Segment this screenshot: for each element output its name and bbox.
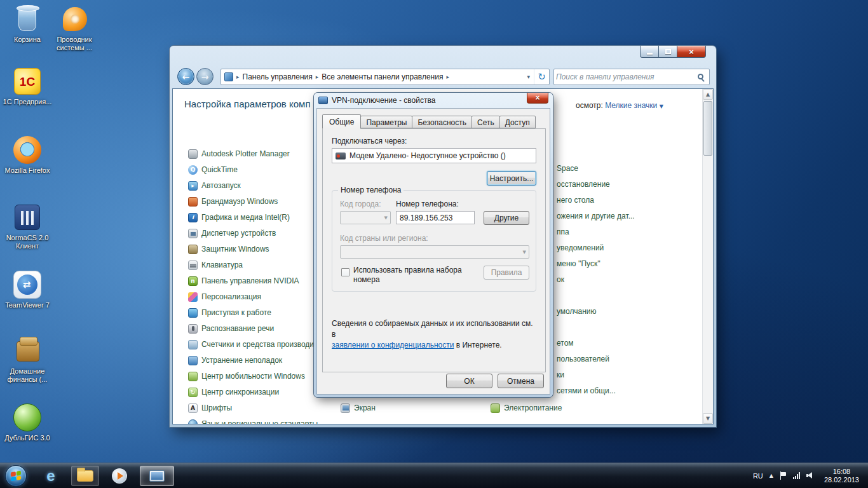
dialog-icon [318, 97, 328, 104]
cpl-item-fragment[interactable]: ок [557, 275, 564, 284]
cancel-button[interactable]: Отмена [498, 374, 544, 388]
cpl-item-power-options[interactable]: Электропитание [491, 402, 562, 414]
alternates-button[interactable]: Другие [484, 211, 529, 225]
show-hidden-icons-button[interactable]: ▲ [770, 473, 773, 478]
search-input[interactable] [556, 71, 691, 83]
cpl-item-windows-defender[interactable]: Защитник Windows [188, 243, 269, 255]
item-label: QuickTime [201, 165, 238, 174]
cpl-item-speech-recognition[interactable]: Распознавание речи [188, 323, 274, 334]
navigation-bar: ← → ▸ Панель управления ▸ Все элементы п… [172, 65, 714, 88]
cpl-item-personalization[interactable]: Персонализация [188, 291, 261, 302]
cpl-item-mobility-center[interactable]: Центр мобильности Windows [188, 370, 305, 382]
dialog-close-button[interactable]: × [527, 93, 548, 104]
cpl-item-fragment[interactable]: Space [557, 164, 578, 173]
cpl-item-autoplay[interactable]: Автозапуск [188, 180, 241, 191]
refresh-button[interactable]: ↻ [534, 69, 549, 85]
cpl-item-sync-center[interactable]: Центр синхронизации [188, 386, 279, 398]
desktop-icon-dublgis[interactable]: ДубльГИС 3.0 [0, 402, 55, 442]
rules-button[interactable]: Правила [484, 266, 529, 280]
tab-options[interactable]: Параметры [360, 116, 412, 128]
close-button[interactable]: × [677, 46, 706, 58]
phone-number-input[interactable]: 89.189.156.253 [396, 211, 475, 224]
ok-button[interactable]: ОК [446, 374, 492, 388]
language-indicator[interactable]: RU [753, 472, 763, 480]
area-code-combo[interactable] [340, 211, 391, 224]
control-panel-mini-icon [224, 72, 233, 81]
scroll-down-button[interactable]: ▼ [703, 413, 713, 424]
cpl-item-fragment[interactable]: осстановление [557, 180, 610, 189]
desktop-icon-label: Mozilla Firefox [0, 166, 55, 175]
forward-button[interactable]: → [196, 68, 214, 85]
cpl-item-windows-firewall[interactable]: Брандмауэр Windows [188, 196, 278, 207]
minimize-button[interactable] [640, 46, 659, 58]
tab-sharing[interactable]: Доступ [499, 116, 536, 128]
cpl-item-getting-started[interactable]: Приступая к работе [188, 307, 271, 318]
cpl-item-fragment[interactable]: ожения и другие дат... [557, 212, 635, 220]
dublgis-icon [13, 403, 41, 431]
privacy-link[interactable]: заявлении о конфиденциальности [332, 341, 454, 349]
scrollbar[interactable]: ▲ ▼ [702, 89, 713, 424]
cpl-item-fragment[interactable]: ки [557, 370, 564, 379]
desktop-icon-home-finance[interactable]: Домашние финансы (... [0, 336, 55, 384]
cpl-item-keyboard[interactable]: Клавиатура [188, 259, 243, 271]
privacy-line: Сведения о собираемых данных и их исполь… [332, 319, 533, 339]
maximize-button[interactable] [659, 46, 677, 58]
desktop-icon-teamviewer[interactable]: TeamViewer 7 [0, 269, 55, 309]
breadcrumb-item-all-items[interactable]: Все элементы панели управления [322, 72, 443, 81]
clock[interactable]: 16:08 28.02.2013 [822, 468, 862, 484]
cpl-item-nvidia-control-panel[interactable]: Панель управления NVIDIA [188, 275, 299, 287]
item-label: Графика и медиа Intel(R) [201, 213, 290, 222]
taskbar-item-control-panel[interactable] [140, 466, 174, 486]
power-options-icon [491, 403, 500, 413]
desktop-icon-1c-enterprise[interactable]: 1С Предприя... [0, 66, 55, 106]
network-icon[interactable] [793, 472, 800, 479]
view-selector[interactable]: осмотр: Мелкие значки ▼ [576, 101, 663, 110]
cpl-item-quicktime[interactable]: QuickTime [188, 164, 238, 175]
defender-icon [188, 245, 198, 254]
cpl-item-display[interactable]: Экран [341, 402, 376, 414]
cpl-item-fragment[interactable]: етом [557, 339, 574, 348]
back-button[interactable]: ← [177, 68, 194, 85]
item-label: Экран [354, 403, 376, 412]
tab-general[interactable]: Общие [322, 114, 361, 129]
taskbar-item-media-player[interactable] [105, 466, 133, 486]
start-button[interactable] [5, 465, 27, 487]
action-center-flag-icon[interactable] [780, 471, 787, 480]
cpl-item-device-manager[interactable]: Диспетчер устройств [188, 227, 276, 239]
speech-recognition-icon [188, 324, 198, 334]
cpl-item-fragment[interactable]: пользователей [557, 355, 609, 363]
cpl-item-autodesk-plotter[interactable]: Autodesk Plotter Manager [188, 148, 290, 159]
country-code-combo[interactable] [340, 245, 529, 259]
view-dropdown-icon[interactable]: ▼ [660, 104, 663, 109]
dialog-titlebar[interactable]: VPN-подключение - свойства [314, 93, 553, 108]
desktop-icon-system-explorer[interactable]: Проводник системы ... [47, 4, 102, 52]
cpl-item-region-language[interactable]: Язык и региональные стандарты [188, 418, 318, 424]
device-box[interactable]: Модем Удалено- Недоступное устройство () [332, 148, 536, 163]
scroll-up-button[interactable]: ▲ [703, 89, 713, 100]
taskbar-item-internet-explorer[interactable]: e [37, 466, 65, 486]
breadcrumb-item-control-panel[interactable]: Панель управления [243, 72, 313, 81]
cpl-item-troubleshooting[interactable]: Устранение неполадок [188, 355, 282, 366]
scroll-thumb[interactable] [703, 101, 712, 156]
desktop-icon-normacs[interactable]: NormaCS 2.0 Клиент [0, 202, 55, 250]
configure-button[interactable]: Настроить... [487, 171, 536, 186]
cpl-item-fragment[interactable]: сетями и общи... [557, 386, 616, 395]
cpl-item-fragment[interactable]: него стола [557, 196, 594, 205]
cpl-item-fragment[interactable]: ппа [557, 227, 569, 236]
cpl-item-fragment[interactable]: меню ''Пуск'' [557, 259, 600, 268]
desktop-icon-label: 1С Предприя... [0, 98, 55, 106]
cpl-item-fonts[interactable]: Шрифты [188, 402, 232, 414]
desktop-icon-firefox[interactable]: Mozilla Firefox [0, 135, 55, 175]
address-dropdown-icon[interactable]: ▾ [523, 74, 534, 80]
taskbar-item-explorer[interactable] [71, 466, 99, 486]
dialing-rules-checkbox[interactable] [341, 268, 349, 276]
cpl-item-performance-counters[interactable]: Счетчики и средства производит [188, 339, 318, 350]
fonts-icon [188, 403, 198, 413]
tab-networking[interactable]: Сеть [471, 116, 500, 128]
cpl-item-fragment[interactable]: уведомлений [557, 243, 604, 252]
cpl-item-fragment[interactable]: умолчанию [557, 307, 597, 316]
tab-security[interactable]: Безопасность [412, 116, 472, 128]
view-value[interactable]: Мелкие значки [605, 101, 657, 110]
volume-icon[interactable] [806, 472, 815, 479]
cpl-item-intel-graphics[interactable]: Графика и медиа Intel(R) [188, 212, 290, 223]
